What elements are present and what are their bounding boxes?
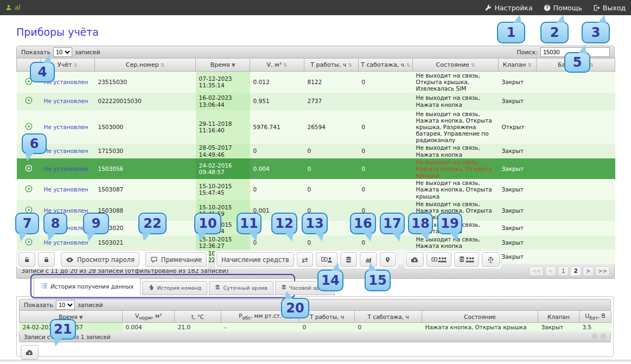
- hcol-state[interactable]: Состояние: [422, 311, 538, 323]
- cell-tsabotage: 0: [355, 323, 422, 332]
- table-row[interactable]: Не установлен 1503087 15-10-2015 15:47:4…: [17, 179, 615, 200]
- hcol-vnorm[interactable]: Vнорм, м³: [123, 311, 175, 323]
- sort-icon: ⇅: [406, 62, 410, 68]
- unlock-button[interactable]: [18, 252, 35, 267]
- sort-icon: ⇅: [73, 62, 78, 68]
- view-password-button[interactable]: Просмотр пароля: [61, 252, 139, 267]
- history-next-button[interactable]: [601, 334, 606, 339]
- lock-icon: [43, 256, 50, 263]
- callout-10: 10: [194, 213, 221, 234]
- cloud-download-button[interactable]: [406, 252, 424, 267]
- col-state[interactable]: Состояние⇅: [413, 59, 499, 72]
- database-button[interactable]: [340, 252, 357, 267]
- cell-volume: 0: [250, 235, 304, 250]
- callout-12: 12: [271, 213, 297, 234]
- logout-menu-item[interactable]: Выход: [593, 4, 626, 12]
- cell-twork: 0: [299, 323, 355, 332]
- scales-icon: [487, 256, 495, 264]
- list-icon: [41, 283, 48, 290]
- hcol-temp[interactable]: t, °C: [175, 311, 221, 323]
- table-row[interactable]: Не установлен 1715030 28-05-2017 14:49:4…: [17, 144, 615, 158]
- history-prev-button[interactable]: [592, 334, 597, 339]
- uchet-link[interactable]: Не установлен: [44, 98, 88, 104]
- expand-row-icon[interactable]: [25, 185, 33, 194]
- cell-serial: 1715030: [95, 144, 196, 158]
- callout-7: 7: [15, 213, 39, 234]
- col-valve[interactable]: Клапан⇅: [499, 59, 537, 72]
- cell-balance: [537, 93, 615, 110]
- page-next-button[interactable]: >: [583, 266, 594, 276]
- col-tsabotage[interactable]: Т саботажа, ч⇅: [359, 59, 413, 72]
- uchet-link[interactable]: Не установлен: [44, 165, 88, 172]
- history-download-button[interactable]: [21, 345, 39, 360]
- money-person-button[interactable]: [316, 252, 337, 267]
- expand-row-icon[interactable]: [25, 238, 33, 247]
- col-time[interactable]: Время▼: [196, 59, 250, 72]
- hand-pointer-icon: [148, 284, 154, 291]
- cell-time: 28-05-2017 14:49:46: [196, 144, 250, 158]
- money-group-button[interactable]: [426, 252, 451, 267]
- expand-row-icon[interactable]: [25, 97, 33, 105]
- cell-volume: 0: [250, 179, 304, 200]
- cell-balance: [537, 144, 615, 158]
- length-label: Показать: [21, 49, 50, 56]
- hcol-tsabotage[interactable]: Т саботажа, ч: [355, 311, 422, 323]
- cell-serial: 23515030: [95, 72, 196, 93]
- length-label-suffix: записей: [78, 302, 103, 309]
- table-row[interactable]: Не установлен 022220015030 16-02-2023 13…: [17, 93, 615, 110]
- map-button[interactable]: [380, 252, 396, 267]
- history-row[interactable]: 24-02-2016 09:48:57 0.004 21.0 - 0 0 Наж…: [20, 323, 611, 332]
- page-2-button[interactable]: 2: [570, 266, 581, 276]
- page-footer-divider: [0, 360, 631, 362]
- expand-row-icon[interactable]: [25, 123, 33, 131]
- table-row-selected[interactable]: Не установлен 1503056 24-02-2016 09:48:5…: [17, 158, 615, 180]
- database-icon: [215, 284, 220, 291]
- tab-data-history[interactable]: История получения данных: [34, 278, 141, 296]
- history-header-row: Время▼ Vнорм, м³ t, °C Pабс, мм рт.ст. Т…: [20, 311, 611, 323]
- uchet-link[interactable]: Не установлен: [44, 124, 88, 130]
- tab-command-history[interactable]: История команд: [142, 281, 207, 295]
- expand-row-icon[interactable]: [25, 164, 33, 173]
- page-size-select[interactable]: 10: [53, 47, 72, 57]
- cell-twork: 26594: [304, 110, 359, 144]
- uchet-link[interactable]: Не установлен: [44, 239, 88, 246]
- table-row[interactable]: Не установлен 23515030 07-12-2023 11:35:…: [17, 72, 615, 93]
- cell-valve: Закрыт: [499, 250, 537, 264]
- col-twork[interactable]: Т работы, ч⇅: [304, 59, 359, 72]
- hcol-valve[interactable]: Клапан: [538, 311, 579, 323]
- uchet-link[interactable]: Не установлен: [44, 148, 88, 154]
- cell-tsabotage: 0: [359, 110, 413, 144]
- callout-20: 20: [281, 298, 309, 318]
- col-serial[interactable]: Сер.номер⇅: [95, 59, 196, 72]
- chart-button[interactable]: [360, 252, 377, 267]
- charge-funds-button[interactable]: Начисление средств: [216, 252, 294, 267]
- page-prev-button[interactable]: <: [545, 266, 556, 276]
- detail-tabs: История получения данных История команд …: [34, 278, 335, 295]
- hcol-ubat[interactable]: Uбат, В: [579, 311, 611, 323]
- callout-5: 5: [564, 52, 590, 73]
- cell-valve: Закрыт: [499, 179, 537, 200]
- table-row[interactable]: Не установлен 1503000 29-11-2018 11:16:4…: [17, 110, 615, 144]
- history-page-size-select[interactable]: 10: [56, 300, 75, 310]
- col-volume[interactable]: V, м³⇅: [250, 59, 304, 72]
- database-group-button[interactable]: [454, 252, 479, 267]
- cell-balance: [537, 72, 615, 93]
- search-label: Поиск:: [517, 49, 538, 56]
- note-button[interactable]: Примечание: [145, 252, 207, 267]
- balance-check-button[interactable]: [482, 252, 500, 267]
- help-menu-item[interactable]: ? Помощь: [544, 4, 582, 12]
- page-1-button[interactable]: 1: [558, 266, 569, 276]
- cell-temp: 21.0: [175, 323, 221, 332]
- svg-text:?: ?: [546, 5, 549, 10]
- uchet-link[interactable]: Не установлен: [44, 186, 88, 193]
- transfer-button[interactable]: ⇄: [297, 252, 313, 267]
- table-row[interactable]: Не установлен 1503021 15-10-2015 12:36:2…: [17, 235, 615, 250]
- settings-menu-item[interactable]: Настройка: [485, 4, 532, 12]
- page-last-button[interactable]: >>: [595, 266, 610, 276]
- history-table-grid: Время▼ Vнорм, м³ t, °C Pабс, мм рт.ст. Т…: [19, 311, 611, 331]
- tab-daily-archive[interactable]: Суточный архив: [209, 281, 273, 295]
- history-table-controls: Показать 10 записей: [19, 299, 611, 311]
- page-first-button[interactable]: <<: [529, 266, 544, 276]
- lock-button[interactable]: [38, 252, 55, 267]
- callout-8: 8: [43, 213, 67, 234]
